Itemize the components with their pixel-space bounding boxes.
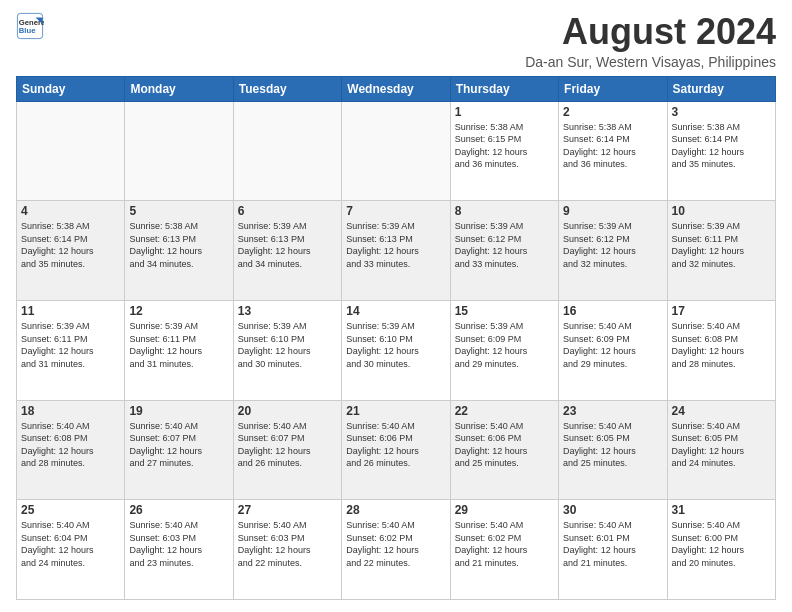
week-row-2: 4Sunrise: 5:38 AMSunset: 6:14 PMDaylight… bbox=[17, 201, 776, 301]
day-number: 25 bbox=[21, 503, 120, 517]
week-row-3: 11Sunrise: 5:39 AMSunset: 6:11 PMDayligh… bbox=[17, 300, 776, 400]
calendar-cell: 21Sunrise: 5:40 AMSunset: 6:06 PMDayligh… bbox=[342, 400, 450, 500]
calendar-cell: 12Sunrise: 5:39 AMSunset: 6:11 PMDayligh… bbox=[125, 300, 233, 400]
day-number: 28 bbox=[346, 503, 445, 517]
day-number: 5 bbox=[129, 204, 228, 218]
day-info: Sunrise: 5:38 AMSunset: 6:14 PMDaylight:… bbox=[563, 121, 662, 171]
calendar-cell: 8Sunrise: 5:39 AMSunset: 6:12 PMDaylight… bbox=[450, 201, 558, 301]
day-info: Sunrise: 5:40 AMSunset: 6:04 PMDaylight:… bbox=[21, 519, 120, 569]
day-number: 15 bbox=[455, 304, 554, 318]
day-info: Sunrise: 5:39 AMSunset: 6:09 PMDaylight:… bbox=[455, 320, 554, 370]
day-info: Sunrise: 5:38 AMSunset: 6:14 PMDaylight:… bbox=[21, 220, 120, 270]
calendar-cell: 1Sunrise: 5:38 AMSunset: 6:15 PMDaylight… bbox=[450, 101, 558, 201]
page: General Blue August 2024 Da-an Sur, West… bbox=[0, 0, 792, 612]
day-number: 30 bbox=[563, 503, 662, 517]
svg-text:Blue: Blue bbox=[19, 26, 36, 35]
day-number: 17 bbox=[672, 304, 771, 318]
day-number: 1 bbox=[455, 105, 554, 119]
header-saturday: Saturday bbox=[667, 76, 775, 101]
day-info: Sunrise: 5:39 AMSunset: 6:10 PMDaylight:… bbox=[238, 320, 337, 370]
week-row-1: 1Sunrise: 5:38 AMSunset: 6:15 PMDaylight… bbox=[17, 101, 776, 201]
week-row-5: 25Sunrise: 5:40 AMSunset: 6:04 PMDayligh… bbox=[17, 500, 776, 600]
calendar-table: Sunday Monday Tuesday Wednesday Thursday… bbox=[16, 76, 776, 600]
day-number: 4 bbox=[21, 204, 120, 218]
header-monday: Monday bbox=[125, 76, 233, 101]
week-row-4: 18Sunrise: 5:40 AMSunset: 6:08 PMDayligh… bbox=[17, 400, 776, 500]
day-number: 23 bbox=[563, 404, 662, 418]
day-info: Sunrise: 5:40 AMSunset: 6:07 PMDaylight:… bbox=[238, 420, 337, 470]
calendar-cell: 28Sunrise: 5:40 AMSunset: 6:02 PMDayligh… bbox=[342, 500, 450, 600]
day-number: 6 bbox=[238, 204, 337, 218]
day-info: Sunrise: 5:40 AMSunset: 6:06 PMDaylight:… bbox=[455, 420, 554, 470]
calendar-cell: 23Sunrise: 5:40 AMSunset: 6:05 PMDayligh… bbox=[559, 400, 667, 500]
header-sunday: Sunday bbox=[17, 76, 125, 101]
logo: General Blue bbox=[16, 12, 46, 40]
day-info: Sunrise: 5:38 AMSunset: 6:13 PMDaylight:… bbox=[129, 220, 228, 270]
calendar-cell: 10Sunrise: 5:39 AMSunset: 6:11 PMDayligh… bbox=[667, 201, 775, 301]
day-number: 21 bbox=[346, 404, 445, 418]
day-info: Sunrise: 5:40 AMSunset: 6:08 PMDaylight:… bbox=[672, 320, 771, 370]
day-number: 13 bbox=[238, 304, 337, 318]
title-block: August 2024 Da-an Sur, Western Visayas, … bbox=[525, 12, 776, 70]
day-info: Sunrise: 5:40 AMSunset: 6:01 PMDaylight:… bbox=[563, 519, 662, 569]
calendar-cell: 29Sunrise: 5:40 AMSunset: 6:02 PMDayligh… bbox=[450, 500, 558, 600]
day-info: Sunrise: 5:39 AMSunset: 6:10 PMDaylight:… bbox=[346, 320, 445, 370]
header: General Blue August 2024 Da-an Sur, West… bbox=[16, 12, 776, 70]
calendar-cell bbox=[125, 101, 233, 201]
calendar-cell: 18Sunrise: 5:40 AMSunset: 6:08 PMDayligh… bbox=[17, 400, 125, 500]
day-number: 29 bbox=[455, 503, 554, 517]
day-info: Sunrise: 5:39 AMSunset: 6:13 PMDaylight:… bbox=[346, 220, 445, 270]
day-info: Sunrise: 5:40 AMSunset: 6:06 PMDaylight:… bbox=[346, 420, 445, 470]
day-info: Sunrise: 5:38 AMSunset: 6:15 PMDaylight:… bbox=[455, 121, 554, 171]
calendar-cell: 25Sunrise: 5:40 AMSunset: 6:04 PMDayligh… bbox=[17, 500, 125, 600]
day-number: 2 bbox=[563, 105, 662, 119]
day-number: 3 bbox=[672, 105, 771, 119]
day-info: Sunrise: 5:40 AMSunset: 6:02 PMDaylight:… bbox=[455, 519, 554, 569]
calendar-cell: 24Sunrise: 5:40 AMSunset: 6:05 PMDayligh… bbox=[667, 400, 775, 500]
calendar-cell bbox=[342, 101, 450, 201]
day-number: 18 bbox=[21, 404, 120, 418]
day-info: Sunrise: 5:40 AMSunset: 6:03 PMDaylight:… bbox=[129, 519, 228, 569]
calendar-cell: 19Sunrise: 5:40 AMSunset: 6:07 PMDayligh… bbox=[125, 400, 233, 500]
day-info: Sunrise: 5:40 AMSunset: 6:05 PMDaylight:… bbox=[563, 420, 662, 470]
calendar-cell: 17Sunrise: 5:40 AMSunset: 6:08 PMDayligh… bbox=[667, 300, 775, 400]
day-number: 12 bbox=[129, 304, 228, 318]
calendar-cell: 6Sunrise: 5:39 AMSunset: 6:13 PMDaylight… bbox=[233, 201, 341, 301]
day-number: 24 bbox=[672, 404, 771, 418]
day-info: Sunrise: 5:39 AMSunset: 6:11 PMDaylight:… bbox=[21, 320, 120, 370]
calendar-cell: 5Sunrise: 5:38 AMSunset: 6:13 PMDaylight… bbox=[125, 201, 233, 301]
calendar-cell: 16Sunrise: 5:40 AMSunset: 6:09 PMDayligh… bbox=[559, 300, 667, 400]
day-info: Sunrise: 5:40 AMSunset: 6:05 PMDaylight:… bbox=[672, 420, 771, 470]
month-title: August 2024 bbox=[525, 12, 776, 52]
day-info: Sunrise: 5:38 AMSunset: 6:14 PMDaylight:… bbox=[672, 121, 771, 171]
calendar-cell: 2Sunrise: 5:38 AMSunset: 6:14 PMDaylight… bbox=[559, 101, 667, 201]
header-tuesday: Tuesday bbox=[233, 76, 341, 101]
calendar-cell: 20Sunrise: 5:40 AMSunset: 6:07 PMDayligh… bbox=[233, 400, 341, 500]
day-info: Sunrise: 5:40 AMSunset: 6:08 PMDaylight:… bbox=[21, 420, 120, 470]
day-number: 26 bbox=[129, 503, 228, 517]
day-info: Sunrise: 5:40 AMSunset: 6:09 PMDaylight:… bbox=[563, 320, 662, 370]
calendar-cell: 22Sunrise: 5:40 AMSunset: 6:06 PMDayligh… bbox=[450, 400, 558, 500]
calendar-cell: 27Sunrise: 5:40 AMSunset: 6:03 PMDayligh… bbox=[233, 500, 341, 600]
calendar-header-row: Sunday Monday Tuesday Wednesday Thursday… bbox=[17, 76, 776, 101]
calendar-cell: 26Sunrise: 5:40 AMSunset: 6:03 PMDayligh… bbox=[125, 500, 233, 600]
day-number: 10 bbox=[672, 204, 771, 218]
day-info: Sunrise: 5:39 AMSunset: 6:12 PMDaylight:… bbox=[455, 220, 554, 270]
day-number: 8 bbox=[455, 204, 554, 218]
calendar-cell: 7Sunrise: 5:39 AMSunset: 6:13 PMDaylight… bbox=[342, 201, 450, 301]
day-info: Sunrise: 5:40 AMSunset: 6:03 PMDaylight:… bbox=[238, 519, 337, 569]
calendar-cell bbox=[17, 101, 125, 201]
day-number: 27 bbox=[238, 503, 337, 517]
calendar-cell: 13Sunrise: 5:39 AMSunset: 6:10 PMDayligh… bbox=[233, 300, 341, 400]
header-friday: Friday bbox=[559, 76, 667, 101]
day-number: 19 bbox=[129, 404, 228, 418]
day-number: 9 bbox=[563, 204, 662, 218]
day-info: Sunrise: 5:40 AMSunset: 6:07 PMDaylight:… bbox=[129, 420, 228, 470]
day-number: 11 bbox=[21, 304, 120, 318]
calendar-cell: 15Sunrise: 5:39 AMSunset: 6:09 PMDayligh… bbox=[450, 300, 558, 400]
day-info: Sunrise: 5:39 AMSunset: 6:12 PMDaylight:… bbox=[563, 220, 662, 270]
logo-icon: General Blue bbox=[16, 12, 44, 40]
header-wednesday: Wednesday bbox=[342, 76, 450, 101]
calendar-cell: 31Sunrise: 5:40 AMSunset: 6:00 PMDayligh… bbox=[667, 500, 775, 600]
day-number: 20 bbox=[238, 404, 337, 418]
